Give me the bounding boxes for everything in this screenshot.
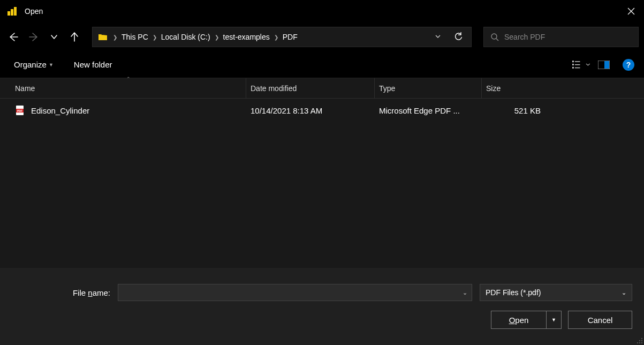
toolbar: Organize ▼ New folder ? [0, 51, 644, 78]
svg-point-22 [639, 342, 640, 343]
svg-point-5 [491, 34, 497, 39]
svg-rect-0 [7, 11, 10, 16]
svg-point-20 [641, 340, 642, 341]
up-button[interactable] [66, 29, 82, 45]
folder-icon [98, 32, 108, 42]
chevron-right-icon[interactable]: ❯ [214, 34, 220, 40]
chevron-right-icon[interactable]: ❯ [112, 34, 118, 40]
close-button[interactable] [618, 0, 644, 22]
svg-line-6 [496, 39, 498, 41]
open-button[interactable]: Open [491, 311, 547, 329]
svg-rect-9 [572, 64, 574, 65]
open-split-button: Open ▼ [491, 311, 562, 329]
svg-rect-8 [575, 61, 580, 62]
arrow-right-icon [28, 32, 39, 42]
organize-label: Organize [14, 60, 47, 69]
breadcrumb-segment[interactable]: Local Disk (C:) [159, 31, 213, 43]
forward-button[interactable] [26, 29, 42, 45]
column-headers: ⌃ Name Date modified Type Size [0, 78, 644, 99]
column-header-type[interactable]: Type [375, 78, 482, 98]
resize-grip-icon[interactable] [635, 336, 643, 344]
back-button[interactable] [5, 29, 21, 45]
pdf-file-icon: PDF [15, 105, 26, 116]
svg-rect-10 [575, 64, 580, 65]
breadcrumb-segment[interactable]: test-examples [221, 31, 272, 43]
address-history-button[interactable] [433, 30, 443, 44]
search-box[interactable] [483, 27, 639, 47]
chevron-right-icon[interactable]: ❯ [151, 34, 158, 40]
file-type: Microsoft Edge PDF ... [375, 106, 482, 115]
navigation-bar: ❯ This PC ❯ Local Disk (C:) ❯ test-examp… [0, 22, 644, 51]
chevron-down-icon: ▼ [49, 62, 54, 68]
chevron-down-icon [586, 62, 590, 67]
file-list-area: ⌃ Name Date modified Type Size PDF Ediso… [0, 78, 644, 268]
column-header-name[interactable]: ⌃ Name [11, 78, 246, 98]
file-type-filter[interactable]: PDF Files (*.pdf) ⌄ [480, 284, 632, 301]
svg-point-18 [641, 338, 642, 339]
column-header-date[interactable]: Date modified [246, 78, 375, 98]
filename-label: File name: [63, 288, 110, 297]
file-name: Edison_Cylinder [31, 106, 89, 115]
chevron-down-icon: ⌄ [622, 289, 626, 296]
chevron-down-icon: ▼ [551, 317, 556, 322]
open-dropdown-button[interactable]: ▼ [547, 311, 562, 329]
new-folder-button[interactable]: New folder [70, 57, 117, 72]
app-icon [6, 6, 17, 17]
help-icon: ? [626, 61, 631, 69]
address-bar[interactable]: ❯ This PC ❯ Local Disk (C:) ❯ test-examp… [92, 27, 472, 47]
file-size: 521 KB [482, 106, 562, 115]
filename-combobox[interactable]: ⌄ [118, 284, 472, 301]
svg-rect-7 [572, 61, 574, 62]
bottom-panel: File name: ⌄ PDF Files (*.pdf) ⌄ Open ▼ … [0, 268, 644, 345]
help-button[interactable]: ? [623, 59, 634, 71]
breadcrumb-segment[interactable]: This PC [119, 31, 150, 43]
svg-point-23 [641, 342, 642, 343]
window-title: Open [25, 7, 43, 16]
sort-ascending-icon: ⌃ [126, 76, 131, 81]
close-icon [627, 8, 635, 15]
new-folder-label: New folder [74, 60, 112, 69]
breadcrumb: ❯ This PC ❯ Local Disk (C:) ❯ test-examp… [112, 31, 428, 43]
preview-pane-button[interactable] [595, 57, 613, 73]
svg-rect-2 [14, 7, 17, 16]
chevron-down-icon[interactable]: ⌄ [463, 289, 467, 296]
search-icon [490, 33, 499, 41]
file-row[interactable]: PDF Edison_Cylinder 10/14/2021 8:13 AM M… [0, 99, 644, 122]
arrow-left-icon [8, 32, 19, 42]
refresh-icon [453, 32, 463, 42]
search-input[interactable] [504, 33, 632, 41]
svg-rect-12 [575, 67, 580, 68]
view-details-icon [572, 60, 584, 70]
arrow-up-icon [69, 32, 80, 42]
view-options-button[interactable] [572, 57, 590, 73]
svg-point-19 [639, 340, 640, 341]
chevron-down-icon [435, 33, 441, 40]
file-date: 10/14/2021 8:13 AM [246, 106, 375, 115]
svg-text:PDF: PDF [17, 109, 22, 112]
title-bar: Open [0, 0, 644, 22]
organize-button[interactable]: Organize ▼ [10, 57, 58, 72]
svg-rect-1 [11, 9, 13, 16]
refresh-button[interactable] [451, 29, 466, 44]
breadcrumb-segment[interactable]: PDF [281, 31, 300, 43]
preview-pane-icon [598, 61, 610, 69]
chevron-right-icon[interactable]: ❯ [273, 34, 279, 40]
chevron-down-icon [50, 33, 58, 41]
svg-rect-14 [604, 61, 609, 69]
file-type-filter-label: PDF Files (*.pdf) [486, 288, 541, 297]
cancel-button[interactable]: Cancel [568, 311, 632, 329]
column-header-size[interactable]: Size [482, 78, 562, 98]
recent-locations-button[interactable] [46, 29, 62, 45]
svg-rect-11 [572, 66, 574, 68]
filename-input[interactable] [123, 288, 463, 297]
svg-point-21 [637, 342, 638, 343]
